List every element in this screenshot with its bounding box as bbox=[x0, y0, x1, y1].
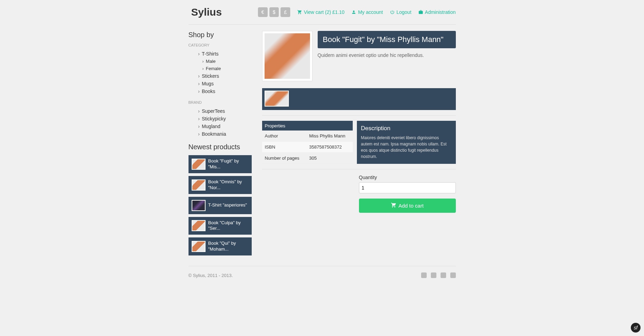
thumbnail-strip bbox=[262, 88, 456, 110]
property-value: 305 bbox=[307, 153, 353, 164]
newest-item[interactable]: Book "Fugit" by "Mis... bbox=[189, 155, 252, 173]
social-links bbox=[421, 272, 456, 278]
category-item-female[interactable]: Female bbox=[189, 65, 252, 72]
currency-usd[interactable]: $ bbox=[269, 7, 279, 17]
newest-thumb bbox=[192, 241, 206, 252]
category-item-books[interactable]: Books bbox=[189, 87, 252, 95]
add-cart-label: Add to cart bbox=[399, 203, 424, 209]
logout-label: Logout bbox=[396, 9, 411, 15]
currency-eur[interactable]: € bbox=[258, 7, 268, 17]
properties-table: Properties Author Miss Phyllis Mann ISBN… bbox=[262, 121, 353, 164]
property-value: 3587587508372 bbox=[307, 142, 353, 153]
description-text: Maiores deleniti eveniet libero dignissi… bbox=[361, 135, 452, 160]
newest-title-text: Book "Omnis" by "Nor... bbox=[208, 179, 249, 191]
description-header: Description bbox=[361, 125, 452, 132]
brand-list: SuperTees Stickypicky Mugland Bookmania bbox=[189, 107, 252, 138]
table-row: ISBN 3587587508372 bbox=[262, 142, 353, 153]
cart-icon bbox=[297, 10, 302, 15]
product-main-image[interactable] bbox=[262, 31, 312, 81]
product-thumbnail[interactable] bbox=[265, 91, 289, 107]
my-account-link[interactable]: My account bbox=[351, 9, 383, 15]
properties-header: Properties bbox=[262, 121, 353, 131]
newest-thumb bbox=[192, 200, 206, 211]
newest-title-text: Book "Culpa" by "Ser... bbox=[208, 220, 249, 232]
cart-icon bbox=[391, 202, 396, 209]
briefcase-icon bbox=[418, 10, 423, 15]
twitter-icon[interactable] bbox=[431, 272, 436, 278]
facebook-icon[interactable] bbox=[441, 272, 446, 278]
view-cart-link[interactable]: View cart (2) £1.10 bbox=[297, 9, 344, 15]
brand-item-supertees[interactable]: SuperTees bbox=[189, 107, 252, 115]
property-key: Author bbox=[262, 131, 307, 141]
category-list: T-Shirts Male Female Stickers Mugs Books bbox=[189, 50, 252, 95]
admin-label: Administration bbox=[425, 9, 456, 15]
property-key: ISBN bbox=[262, 142, 307, 153]
quantity-input[interactable] bbox=[359, 182, 456, 193]
newest-item[interactable]: Book "Culpa" by "Ser... bbox=[189, 217, 252, 235]
newest-item[interactable]: Book "Qui" by "Moham... bbox=[189, 237, 252, 255]
brand-heading: BRAND bbox=[189, 100, 252, 104]
shop-by-title: Shop by bbox=[189, 31, 252, 39]
property-value: Miss Phyllis Mann bbox=[307, 131, 353, 141]
category-item-male[interactable]: Male bbox=[189, 58, 252, 65]
newest-title-text: T-Shirt "asperiores" bbox=[208, 202, 247, 208]
site-logo[interactable]: Sylius bbox=[189, 6, 222, 18]
social-icon[interactable] bbox=[421, 272, 427, 278]
newest-products-title: Newest products bbox=[189, 143, 252, 151]
logout-link[interactable]: Logout bbox=[390, 9, 411, 15]
add-to-cart-button[interactable]: Add to cart bbox=[359, 199, 456, 213]
newest-thumb bbox=[192, 159, 206, 170]
brand-item-stickypicky[interactable]: Stickypicky bbox=[189, 115, 252, 123]
newest-title-text: Book "Fugit" by "Mis... bbox=[208, 158, 249, 170]
brand-item-mugland[interactable]: Mugland bbox=[189, 123, 252, 130]
newest-thumb bbox=[192, 220, 206, 231]
copyright: © Sylius, 2011 - 2013. bbox=[189, 273, 233, 278]
product-title: Book "Fugit" by "Miss Phyllis Mann" bbox=[318, 31, 456, 48]
account-label: My account bbox=[358, 9, 383, 15]
cart-label: View cart (2) £1.10 bbox=[304, 9, 344, 15]
category-heading: CATEGORY bbox=[189, 43, 252, 47]
newest-thumb bbox=[192, 179, 206, 191]
category-item-mugs[interactable]: Mugs bbox=[189, 80, 252, 87]
power-icon bbox=[390, 10, 395, 15]
newest-item[interactable]: T-Shirt "asperiores" bbox=[189, 197, 252, 214]
quantity-label: Quantity bbox=[359, 175, 456, 180]
admin-link[interactable]: Administration bbox=[418, 9, 456, 15]
category-item-stickers[interactable]: Stickers bbox=[189, 72, 252, 80]
currency-switcher: € $ £ bbox=[258, 7, 290, 17]
brand-item-bookmania[interactable]: Bookmania bbox=[189, 130, 252, 138]
currency-gbp[interactable]: £ bbox=[281, 7, 290, 17]
newest-title-text: Book "Qui" by "Moham... bbox=[208, 241, 249, 252]
user-icon bbox=[351, 10, 356, 15]
product-short-description: Quidem animi eveniet optio unde hic repe… bbox=[318, 52, 456, 58]
property-key: Number of pages bbox=[262, 153, 307, 164]
description-box: Description Maiores deleniti eveniet lib… bbox=[357, 121, 456, 164]
table-row: Number of pages 305 bbox=[262, 153, 353, 164]
linkedin-icon[interactable] bbox=[450, 272, 456, 278]
table-row: Author Miss Phyllis Mann bbox=[262, 131, 353, 141]
category-item-tshirts[interactable]: T-Shirts bbox=[189, 50, 252, 58]
newest-item[interactable]: Book "Omnis" by "Nor... bbox=[189, 176, 252, 194]
sidebar: Shop by CATEGORY T-Shirts Male Female St… bbox=[189, 31, 252, 255]
